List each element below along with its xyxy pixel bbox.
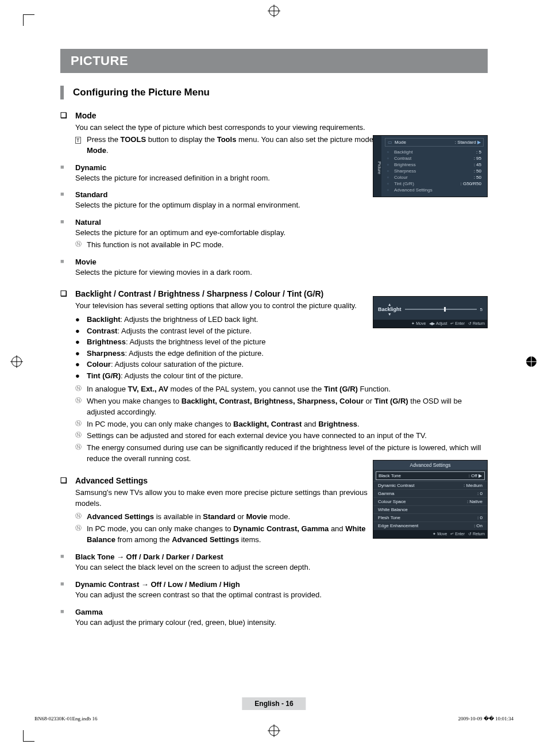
mode-intro: You can select the type of picture which… [75,122,488,133]
tools-icon: T [75,135,87,156]
heading-accent [60,86,64,99]
osd-nav-hints: ✦ Move◀▶ Adjust↵ Enter↺ Return [373,320,487,328]
advanced-intro: Samsung's new TVs allow you to make even… [75,488,374,509]
bullet-icon: ● [75,314,87,325]
adjust-note: In PC mode, you can only make changes to… [87,419,360,430]
osd-row: White Balance [373,505,487,513]
adjust-note: When you make changes to Backlight, Cont… [87,396,488,418]
list-marker-icon: ❏ [60,476,70,485]
dyncontrast-body: You can adjust the screen contrast so th… [75,590,488,601]
adjust-note: Settings can be adjusted and stored for … [87,430,427,442]
note-icon: Ⓝ [75,442,87,465]
osd-tab-picture: Picture [373,136,381,197]
advanced-note: Advanced Settings is available in Standa… [87,511,290,523]
adjust-note: In analogue TV, Ext., AV modes of the PA… [87,383,391,395]
section-heading: Configuring the Picture Menu [73,86,210,99]
osd-row: Edge Enhancement: On [373,521,487,529]
subheading-adjust: Backlight / Contrast / Brightness / Shar… [75,289,323,298]
page-footer-right: 2009-10-09 �� 10:01:34 [458,716,514,722]
crop-mark [23,730,34,742]
registration-mark-icon [269,726,279,736]
note-icon: Ⓝ [75,523,87,546]
registration-mark-icon [11,356,22,367]
bullet-text: Sharpness: Adjusts the edge definition o… [87,348,264,359]
slider-track [405,309,477,310]
osd-advanced-settings: Advanced Settings Black Tone: Off ▶Dynam… [373,460,488,539]
subheading-gamma: Gamma [75,608,103,616]
list-marker-icon: ❏ [60,289,70,298]
bullet-icon: ● [75,370,87,382]
subheading-advanced: Advanced Settings [75,476,148,485]
osd-row: ◦Contrast: 95 [385,155,484,162]
subheading-movie: Movie [75,258,97,266]
bullet-icon: ● [75,348,87,359]
note-icon: Ⓝ [75,511,87,523]
bullet-text: Brightness: Adjusts the brightness level… [87,336,265,348]
note-icon: Ⓝ [75,396,87,418]
bullet-icon: ● [75,325,87,337]
bullet-icon: ● [75,359,87,370]
osd-backlight-label: Backlight [378,306,402,312]
page-content: PICTURE Configuring the Picture Menu ❏ M… [60,49,488,710]
bullet-text: Tint (G/R): Adjusts the colour tint of t… [87,370,243,382]
crop-mark [23,14,34,26]
subheading-mode: Mode [75,111,97,120]
tv-icon: ▭ [388,140,395,145]
note-icon: Ⓝ [75,383,87,395]
advanced-note: In PC mode, you can only make changes to… [87,523,368,546]
square-marker-icon: ■ [60,163,70,172]
osd-row: ◦Sharpness: 50 [385,168,484,174]
subheading-dyncontrast: Dynamic Contrast → Off / Low / Medium / … [75,580,240,589]
gamma-body: You can adjust the primary colour (red, … [75,617,488,628]
natural-note: This function is not available in PC mod… [87,239,223,251]
note-icon: Ⓝ [75,419,87,430]
square-marker-icon: ■ [60,552,70,561]
page-footer-center: English - 16 [242,697,306,710]
chevron-up-icon: ▲ [388,302,392,306]
square-marker-icon: ■ [60,218,70,227]
osd-mode-value: : Standard [455,140,476,145]
osd-row: Flesh Tone: 0 [373,513,487,521]
osd-row: Gamma: 0 [373,489,487,497]
chevron-right-icon: ▶ [477,140,481,145]
subheading-natural: Natural [75,218,101,227]
square-marker-icon: ■ [60,580,70,589]
bullet-icon: ● [75,336,87,348]
registration-mark-icon [269,6,279,16]
square-marker-icon: ■ [60,608,70,616]
osd-nav-hints: ✦ Move↵ Enter↺ Return [373,530,487,538]
movie-body: Selects the picture for viewing movies i… [75,267,488,278]
standard-body: Selects the picture for the optimum disp… [75,200,488,211]
osd-row: ◦Colour: 50 [385,174,484,181]
osd-row: ◦Tint (G/R): G50/R50 [385,181,484,187]
bullet-text: Colour: Adjusts colour saturation of the… [87,359,244,370]
slider-thumb [444,307,446,312]
subheading-standard: Standard [75,190,107,199]
bullet-text: Backlight: Adjusts the brightness of LED… [87,314,258,325]
section-banner: PICTURE [60,49,488,73]
osd-row: ◦Advanced Settings [385,187,484,193]
note-icon: Ⓝ [75,239,87,251]
osd-row: Black Tone: Off ▶ [376,471,485,480]
osd-picture-menu: Picture ▭Mode : Standard ▶ ◦Backlight: 5… [373,135,488,197]
bullet-text: Contrast: Adjusts the contrast level of … [87,325,252,337]
osd-backlight-slider: ▲ Backlight ▼ 5 ✦ Move◀▶ Adjust↵ Enter↺ … [373,296,488,328]
osd-row: Dynamic Contrast: Medium [373,481,487,489]
note-icon: Ⓝ [75,430,87,442]
osd-row: Colour Space: Native [373,497,487,505]
osd-advanced-title: Advanced Settings [373,460,487,470]
osd-backlight-value: 5 [480,307,483,312]
subheading-dynamic: Dynamic [75,163,106,172]
natural-body: Selects the picture for an optimum and e… [75,228,488,239]
list-marker-icon: ❏ [60,111,70,120]
page-footer-left: BN68-02330K-01Eng.indb 16 [34,716,98,722]
square-marker-icon: ■ [60,190,70,199]
blacktone-body: You can select the black level on the sc… [75,562,488,573]
chevron-down-icon: ▼ [388,312,392,316]
osd-row: ◦Brightness: 45 [385,162,484,168]
osd-mode-label: Mode [395,140,406,145]
osd-row: ◦Backlight: 5 [385,149,484,155]
square-marker-icon: ■ [60,258,70,266]
subheading-blacktone: Black Tone → Off / Dark / Darker / Darke… [75,552,223,561]
registration-mark-icon [526,356,537,367]
